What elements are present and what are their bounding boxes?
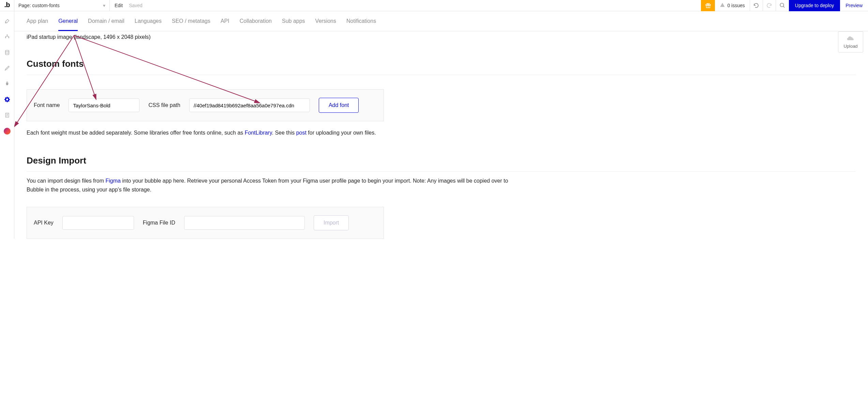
- avatar[interactable]: [4, 128, 11, 135]
- custom-fonts-panel: Font name CSS file path Add font: [27, 89, 384, 121]
- design-import-panel: API Key Figma File ID Import: [27, 207, 384, 239]
- design-import-description: You can import design files from Figma i…: [27, 176, 524, 194]
- data-icon[interactable]: [4, 49, 10, 56]
- settings-icon[interactable]: [4, 96, 10, 103]
- startup-image-label: iPad startup image (landscape, 1496 x 20…: [27, 31, 856, 40]
- cloud-upload-icon: [847, 35, 854, 42]
- undo-button[interactable]: [750, 0, 763, 11]
- tab-domain-email[interactable]: Domain / email: [88, 18, 124, 27]
- upload-button[interactable]: Upload: [838, 31, 863, 52]
- tab-collaboration[interactable]: Collaboration: [240, 18, 272, 27]
- logo[interactable]: .b: [0, 0, 14, 11]
- search-button[interactable]: [776, 0, 789, 11]
- css-path-label: CSS file path: [148, 102, 180, 108]
- upload-label: Upload: [843, 44, 857, 49]
- add-font-button[interactable]: Add font: [319, 98, 359, 113]
- issues-count: 0 issues: [727, 3, 745, 8]
- gift-button[interactable]: [701, 0, 715, 11]
- redo-icon: [766, 2, 772, 9]
- preview-button[interactable]: Preview: [840, 0, 868, 11]
- redo-button[interactable]: [763, 0, 776, 11]
- warning-icon: [720, 2, 725, 9]
- svg-rect-5: [6, 34, 8, 35]
- svg-point-3: [780, 3, 784, 7]
- tab-sub-apps[interactable]: Sub apps: [282, 18, 305, 27]
- api-key-input[interactable]: [62, 216, 134, 230]
- upgrade-button[interactable]: Upgrade to deploy: [789, 0, 840, 11]
- undo-icon: [753, 2, 759, 9]
- tab-versions[interactable]: Versions: [315, 18, 336, 27]
- font-name-label: Font name: [34, 102, 60, 108]
- logs-icon[interactable]: [4, 112, 10, 118]
- annotation-arrows: [14, 31, 389, 140]
- css-path-input[interactable]: [189, 98, 310, 112]
- tab-general[interactable]: General: [58, 18, 78, 31]
- saved-status: Saved: [128, 3, 144, 8]
- svg-line-4: [783, 6, 784, 7]
- font-name-input[interactable]: [69, 98, 139, 112]
- custom-fonts-description: Each font weight must be added separatel…: [27, 129, 856, 137]
- chevron-down-icon: ▾: [103, 3, 105, 8]
- design-icon[interactable]: [4, 18, 10, 24]
- search-icon: [779, 2, 785, 9]
- page-selector[interactable]: Page: custom-fonts ▾: [14, 0, 110, 11]
- settings-tabs: App plan General Domain / email Language…: [14, 11, 868, 31]
- tab-app-plan[interactable]: App plan: [27, 18, 48, 27]
- svg-point-8: [5, 50, 9, 51]
- plugins-icon[interactable]: [4, 81, 10, 87]
- post-link[interactable]: post: [296, 130, 306, 136]
- custom-fonts-heading: Custom fonts: [27, 59, 856, 75]
- svg-rect-7: [8, 37, 9, 38]
- styles-icon[interactable]: [4, 65, 10, 71]
- figma-file-id-input[interactable]: [184, 216, 305, 230]
- fontlibrary-link[interactable]: FontLibrary: [245, 130, 272, 136]
- tab-seo[interactable]: SEO / metatags: [172, 18, 210, 27]
- import-button[interactable]: Import: [314, 215, 349, 230]
- page-name: custom-fonts: [32, 3, 60, 8]
- figma-link[interactable]: Figma: [106, 178, 121, 184]
- api-key-label: API Key: [34, 220, 54, 226]
- design-import-heading: Design Import: [27, 155, 856, 172]
- edit-menu[interactable]: Edit: [110, 3, 128, 8]
- page-prefix: Page:: [18, 3, 31, 8]
- tab-notifications[interactable]: Notifications: [346, 18, 376, 27]
- workflow-icon[interactable]: [4, 34, 10, 40]
- tab-api[interactable]: API: [221, 18, 229, 27]
- figma-file-id-label: Figma File ID: [143, 220, 175, 226]
- gift-icon: [705, 2, 711, 9]
- tab-languages[interactable]: Languages: [135, 18, 162, 27]
- issues-button[interactable]: 0 issues: [715, 0, 750, 11]
- svg-rect-6: [5, 37, 6, 38]
- sidebar: [0, 11, 14, 239]
